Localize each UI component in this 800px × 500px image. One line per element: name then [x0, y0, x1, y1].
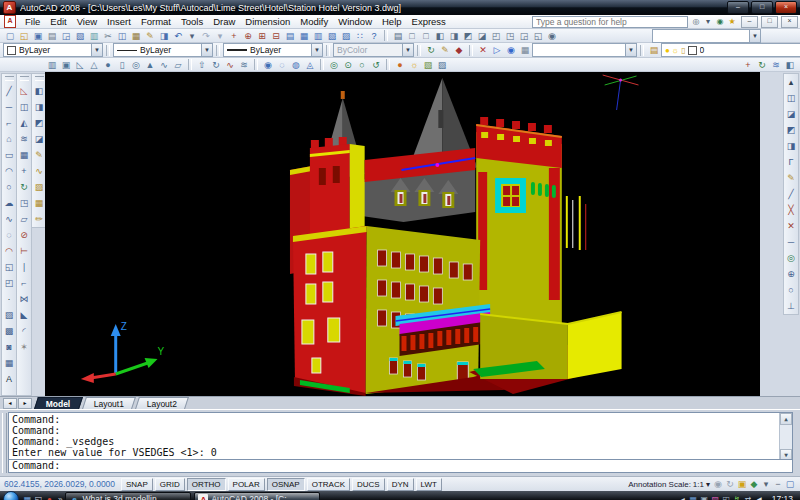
- redo-icon[interactable]: ↷: [199, 30, 213, 42]
- tool-palettes-icon[interactable]: ▥: [311, 30, 325, 42]
- union-icon[interactable]: ◉: [261, 59, 275, 71]
- taskbar-clock[interactable]: 17:13: [772, 494, 793, 500]
- layer-thaw-icon[interactable]: ☼: [672, 46, 679, 55]
- menu-item[interactable]: View: [72, 16, 102, 27]
- view-front-icon[interactable]: ◩: [461, 30, 475, 42]
- ellipse-arc-icon[interactable]: ◠: [3, 243, 16, 259]
- torus-icon[interactable]: ◎: [129, 59, 143, 71]
- constrained-orbit-icon[interactable]: ⊙: [341, 59, 355, 71]
- erase-icon[interactable]: ◺: [18, 83, 31, 99]
- status-tray-menu-icon[interactable]: ▾: [760, 479, 772, 489]
- ellipse-icon[interactable]: ◌: [3, 227, 16, 243]
- construction-line-icon[interactable]: ─: [3, 99, 16, 115]
- minimize-button[interactable]: –: [727, 1, 749, 14]
- move-faces-icon[interactable]: ◪: [785, 106, 798, 122]
- edit-polyline-icon[interactable]: ✎: [33, 147, 46, 163]
- move-icon[interactable]: +: [18, 163, 31, 179]
- tray-expand-icon[interactable]: ◂: [681, 495, 685, 500]
- quick-select-icon[interactable]: ✕: [476, 44, 490, 56]
- dropdown-arrow-icon[interactable]: ▼: [311, 44, 322, 56]
- minimize-tray-icon[interactable]: −: [772, 479, 784, 489]
- orbit-3d-icon[interactable]: ◎: [327, 59, 341, 71]
- child-close-button[interactable]: ×: [781, 16, 798, 28]
- toolbar-grip[interactable]: [20, 76, 29, 81]
- network-icon[interactable]: ⇄: [743, 494, 754, 500]
- pan-icon[interactable]: +: [227, 30, 241, 42]
- undo-arrow-icon[interactable]: ▾: [185, 30, 199, 42]
- communication-center-icon[interactable]: ◉: [714, 17, 726, 26]
- start-button[interactable]: [3, 491, 19, 500]
- dropdown-arrow-icon[interactable]: ▼: [91, 44, 102, 56]
- favorites-icon[interactable]: ★: [726, 17, 738, 26]
- command-scrollbar[interactable]: ▲ ▼: [779, 413, 792, 461]
- view-left-icon[interactable]: ◧: [433, 30, 447, 42]
- linetype-select[interactable]: ByLayer ▼: [113, 43, 213, 57]
- help-search-input[interactable]: [532, 16, 688, 28]
- match-properties-icon[interactable]: ✎: [143, 30, 157, 42]
- search-arrow-icon[interactable]: ▾: [702, 17, 714, 26]
- toolbar-grip[interactable]: [5, 76, 14, 81]
- dropdown-arrow-icon[interactable]: ▼: [201, 44, 212, 56]
- view-bottom-icon[interactable]: □: [419, 30, 433, 42]
- visual-styles-icon[interactable]: ◧: [783, 59, 797, 71]
- break-icon[interactable]: ⌐: [18, 275, 31, 291]
- edit-text-icon[interactable]: ✏: [33, 211, 46, 227]
- view-sw-iso-icon[interactable]: ◰: [489, 30, 503, 42]
- grid-toggle[interactable]: GRID: [155, 478, 185, 491]
- break-at-point-icon[interactable]: ∣: [18, 259, 31, 275]
- child-minimize-button[interactable]: –: [741, 16, 758, 28]
- scroll-up-icon[interactable]: ▴: [785, 74, 798, 90]
- pyramid-icon[interactable]: ▲: [143, 59, 157, 71]
- qnew-icon[interactable]: ▢: [3, 30, 17, 42]
- toolbar-grip[interactable]: [35, 76, 44, 81]
- mirror-icon[interactable]: ◭: [18, 115, 31, 131]
- helix-icon[interactable]: ∿: [157, 59, 171, 71]
- intersect-icon[interactable]: ◍: [289, 59, 303, 71]
- draw-order-front-icon[interactable]: ◧: [33, 83, 46, 99]
- mtext-icon[interactable]: A: [3, 371, 16, 387]
- color-select[interactable]: ByLayer ▼: [3, 43, 103, 57]
- table-icon[interactable]: ▦: [3, 355, 16, 371]
- camera-icon[interactable]: ◉: [545, 30, 559, 42]
- styles-select[interactable]: ▼: [532, 43, 637, 57]
- tray-icon-3[interactable]: ▨: [710, 494, 721, 500]
- make-block-icon[interactable]: ◰: [3, 275, 16, 291]
- command-prompt[interactable]: Command:: [8, 459, 793, 473]
- materials-icon[interactable]: ▧: [421, 59, 435, 71]
- sphere-icon[interactable]: ●: [101, 59, 115, 71]
- lights-icon[interactable]: ☼: [407, 59, 421, 71]
- edit-hatch-icon[interactable]: ▨: [33, 179, 46, 195]
- stretch-icon[interactable]: ▱: [18, 211, 31, 227]
- delete-faces-icon[interactable]: ◨: [785, 138, 798, 154]
- offset-icon[interactable]: ≋: [18, 131, 31, 147]
- menu-item[interactable]: Dimension: [240, 16, 295, 27]
- task-autocad[interactable]: A AutoCAD 2008 - [C:...: [194, 492, 320, 500]
- snap-toggle[interactable]: SNAP: [121, 478, 153, 491]
- menu-item[interactable]: Express: [407, 16, 451, 27]
- revcloud-icon[interactable]: ☁: [3, 195, 16, 211]
- insert-block-icon[interactable]: ◱: [3, 259, 16, 275]
- view-back-icon[interactable]: ◪: [475, 30, 489, 42]
- menu-item[interactable]: Tools: [176, 16, 208, 27]
- color-faces-icon[interactable]: ✎: [785, 170, 798, 186]
- arc-icon[interactable]: ◠: [3, 163, 16, 179]
- tab-layout1[interactable]: Layout1: [82, 397, 136, 409]
- attribute-icon[interactable]: ◆: [452, 44, 466, 56]
- layer-select[interactable]: ● ☼ ▯ 0 ▼: [661, 43, 800, 57]
- quickcalc-icon[interactable]: ∷: [353, 30, 367, 42]
- cone-icon[interactable]: △: [87, 59, 101, 71]
- zoom-realtime-icon[interactable]: ⊕: [241, 30, 255, 42]
- extend-icon[interactable]: ⊢: [18, 243, 31, 259]
- draw-order-under-icon[interactable]: ◪: [33, 131, 46, 147]
- taper-faces-icon[interactable]: ╱: [785, 186, 798, 202]
- menu-item[interactable]: Insert: [102, 16, 136, 27]
- array-icon[interactable]: ▦: [18, 147, 31, 163]
- cylinder-icon[interactable]: ▯: [115, 59, 129, 71]
- drawing-viewport[interactable]: Z Y: [45, 72, 760, 396]
- annotation-autoscale-icon[interactable]: ↻: [724, 479, 736, 489]
- close-button[interactable]: ×: [775, 1, 797, 14]
- make-current-icon[interactable]: ↻: [424, 44, 438, 56]
- explode-icon[interactable]: ✶: [18, 339, 31, 355]
- chamfer-icon[interactable]: ◣: [18, 307, 31, 323]
- rotate-icon[interactable]: ↻: [18, 179, 31, 195]
